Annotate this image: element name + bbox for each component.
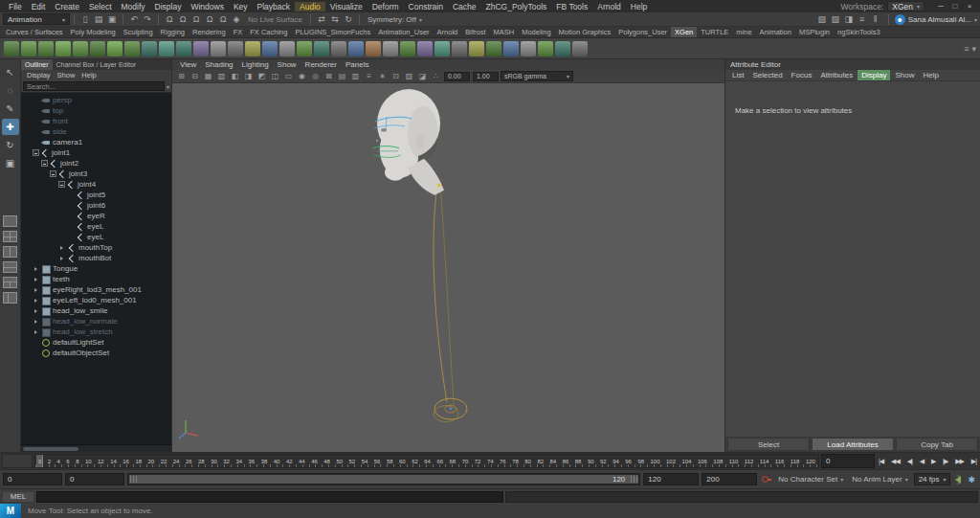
- viewport-toolbar-icon[interactable]: ▧: [215, 72, 228, 80]
- lasso-select-tool[interactable]: ◌: [2, 82, 19, 99]
- symmetry-selector[interactable]: Symmetry: Off ▾: [364, 15, 426, 24]
- viewport-menu-item[interactable]: Panels: [342, 60, 372, 69]
- shelf-tab[interactable]: Poly Modeling: [67, 27, 120, 37]
- user-name[interactable]: Sana Almusali Al...: [908, 15, 971, 24]
- scale-tool[interactable]: ▣: [2, 155, 19, 171]
- menu-item[interactable]: FB Tools: [551, 2, 592, 11]
- expand-toggle[interactable]: [33, 118, 40, 125]
- expand-toggle[interactable]: [58, 244, 66, 252]
- outliner-item[interactable]: mouthBot: [21, 253, 171, 263]
- expand-toggle[interactable]: [41, 160, 48, 167]
- shelf-icon[interactable]: [279, 41, 295, 56]
- viewport-toolbar-icon[interactable]: ▤: [336, 72, 348, 80]
- shelf-icon[interactable]: [469, 41, 484, 56]
- step-back-one-key-button[interactable]: ◀◀: [891, 458, 900, 465]
- viewport-toolbar-icon[interactable]: ∴: [430, 72, 442, 80]
- shelf-tab[interactable]: Modeling: [518, 27, 554, 37]
- viewport-menu-item[interactable]: View: [176, 60, 200, 69]
- shelf-icon[interactable]: [176, 41, 191, 56]
- layout-two-pane-stacked-button[interactable]: [3, 261, 17, 273]
- menu-item[interactable]: Modify: [117, 2, 150, 11]
- expand-toggle[interactable]: [58, 255, 66, 262]
- panel-tab[interactable]: Outliner: [21, 59, 53, 70]
- restore-button[interactable]: □: [948, 1, 962, 11]
- viewport-toolbar-icon[interactable]: ◧: [229, 72, 241, 80]
- go-to-playback-start-button[interactable]: |◀: [879, 458, 883, 465]
- range-slider-bar[interactable]: 120: [129, 475, 638, 484]
- redo-icon[interactable]: ↷: [141, 13, 154, 26]
- step-forward-one-frame-button[interactable]: |▶: [943, 458, 947, 465]
- shelf-icon[interactable]: [124, 41, 140, 56]
- shelf-icon[interactable]: [262, 41, 278, 56]
- menu-item[interactable]: ZhCG_PolyTools: [481, 2, 552, 11]
- outliner-menu-item[interactable]: Display: [24, 71, 54, 79]
- snap-to-grids-icon[interactable]: Ω: [163, 13, 176, 26]
- outliner-item[interactable]: eyeL: [21, 221, 171, 232]
- expand-toggle[interactable]: [33, 349, 40, 357]
- expand-toggle[interactable]: [67, 202, 75, 210]
- exposure-field[interactable]: 0.00: [444, 72, 470, 81]
- snap-to-view-planes-icon[interactable]: Ω: [216, 13, 230, 26]
- anim-layer-selector[interactable]: No Anim Layer ▾: [849, 475, 910, 484]
- outliner-item[interactable]: defaultObjectSet: [21, 348, 171, 358]
- shelf-tab[interactable]: Rendering: [189, 27, 230, 37]
- open-render-view-icon[interactable]: ▧: [815, 13, 829, 26]
- viewport-toolbar-icon[interactable]: ▦: [202, 72, 214, 80]
- layout-three-pane-button[interactable]: [3, 277, 17, 288]
- viewport-toolbar-icon[interactable]: ◎: [309, 72, 322, 80]
- new-scene-icon[interactable]: ▯: [78, 13, 92, 26]
- chevron-down-icon[interactable]: ▾: [971, 44, 976, 54]
- construction-history-icon[interactable]: ↻: [342, 13, 355, 26]
- viewport-canvas[interactable]: [172, 83, 724, 452]
- character-set-selector[interactable]: No Character Set ▾: [775, 475, 846, 484]
- outliner-item[interactable]: eyeLeft_lod0_mesh_001: [21, 295, 171, 305]
- step-back-one-frame-button[interactable]: ◀|: [907, 458, 912, 465]
- expand-toggle[interactable]: [58, 181, 65, 188]
- expand-toggle[interactable]: [33, 139, 40, 146]
- shelf-tab[interactable]: MASH: [490, 27, 519, 37]
- playback-end-field[interactable]: 120: [643, 473, 699, 485]
- outliner-item[interactable]: eyeL: [21, 232, 171, 242]
- attribute-editor-menu-item[interactable]: Focus: [788, 70, 816, 80]
- render-current-frame-icon[interactable]: ▨: [829, 13, 842, 26]
- outliner-item[interactable]: teeth: [21, 274, 171, 284]
- outliner-h-scrollbar[interactable]: [21, 444, 171, 452]
- shelf-tab[interactable]: Arnold: [434, 27, 462, 37]
- shelf-icon[interactable]: [503, 41, 519, 56]
- audio-toggle-icon[interactable]: [955, 476, 961, 484]
- expand-toggle[interactable]: [33, 339, 40, 347]
- shelf-icon[interactable]: [193, 41, 209, 56]
- input-connections-icon[interactable]: ⇄: [315, 13, 328, 26]
- head-model[interactable]: [372, 89, 444, 195]
- viewport-toolbar-icon[interactable]: ▭: [282, 72, 295, 80]
- attribute-editor-menu-item[interactable]: Help: [919, 70, 942, 80]
- shelf-icon[interactable]: [486, 41, 501, 56]
- menu-item[interactable]: Arnold: [592, 2, 626, 11]
- time-ruler[interactable]: 0246810121416182022242628303234363840424…: [34, 454, 819, 468]
- viewport-toolbar-icon[interactable]: ⊡: [390, 72, 402, 80]
- shelf-icon[interactable]: [366, 41, 381, 56]
- shelf-icon[interactable]: [348, 41, 364, 56]
- shelf-icon[interactable]: [538, 41, 553, 56]
- snap-to-projected-center-icon[interactable]: Ω: [203, 13, 216, 26]
- shelf-icon[interactable]: [314, 41, 329, 56]
- shelf-tab[interactable]: mine: [732, 27, 755, 37]
- shelf-tab[interactable]: Rigging: [157, 27, 189, 37]
- shelf-tab[interactable]: Sculpting: [120, 27, 157, 37]
- outliner-item[interactable]: head_low_stretch: [21, 327, 171, 337]
- menu-item[interactable]: Audio: [295, 2, 325, 11]
- move-tool[interactable]: ✚: [2, 119, 19, 135]
- viewport-toolbar-icon[interactable]: ◨: [242, 72, 255, 80]
- attribute-editor-menu-item[interactable]: List: [728, 70, 747, 80]
- command-input[interactable]: [36, 491, 503, 503]
- panel-tab[interactable]: Channel Box / Layer Editor: [53, 59, 141, 70]
- viewport-toolbar-icon[interactable]: ◩: [256, 72, 268, 80]
- rig-curve[interactable]: [434, 186, 454, 404]
- shelf-icon[interactable]: [107, 41, 122, 56]
- menu-set-selector[interactable]: Animation ▾: [3, 13, 70, 25]
- viewport-toolbar-icon[interactable]: ⊠: [323, 72, 335, 80]
- shelf-icon[interactable]: [38, 41, 54, 56]
- menu-item[interactable]: Cache: [448, 2, 481, 11]
- shelf-tab[interactable]: Motion Graphics: [555, 27, 615, 37]
- expand-toggle[interactable]: [50, 170, 56, 177]
